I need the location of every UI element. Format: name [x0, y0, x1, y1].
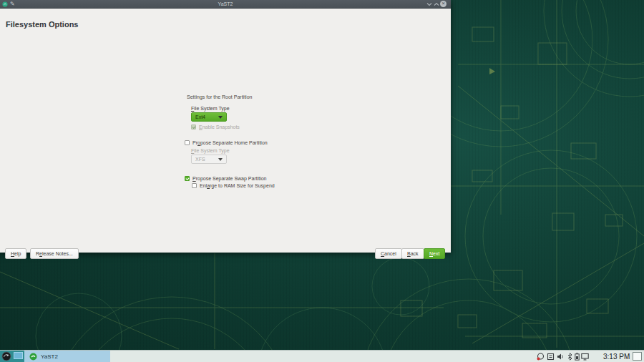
- swap-partition-checkbox[interactable]: Propose Separate Swap Partition: [185, 175, 267, 181]
- maximize-icon[interactable]: [434, 2, 439, 6]
- taskbar-clock[interactable]: 3:13 PM: [603, 353, 630, 361]
- home-fs-type-value: XFS: [195, 157, 205, 162]
- home-partition-checkbox[interactable]: Propose Separate Home Partition: [185, 140, 268, 145]
- enlarge-swap-label: Enlarge to RAM Size for Suspend: [200, 183, 275, 188]
- fs-type-value: Ext4: [195, 114, 205, 119]
- minimize-icon[interactable]: [426, 2, 432, 6]
- home-fs-type-combobox: XFS: [191, 155, 227, 164]
- checkbox-box: [192, 183, 197, 188]
- page-title: Filesystem Options: [6, 20, 78, 29]
- home-fs-type-label: File System Type: [191, 148, 230, 153]
- battery-icon[interactable]: [573, 353, 581, 361]
- display-icon[interactable]: [581, 353, 589, 361]
- chevron-down-icon: [218, 116, 223, 119]
- yast2-window: ✎ YaST2 Filesystem Options Settings for …: [0, 0, 451, 253]
- checkbox-box: [191, 124, 196, 129]
- fs-type-combobox[interactable]: Ext4: [191, 112, 227, 122]
- volume-icon[interactable]: [557, 353, 565, 361]
- enable-snapshots-checkbox[interactable]: Enable Snapshots: [191, 124, 240, 129]
- back-button[interactable]: Back: [401, 248, 424, 259]
- clipboard-icon[interactable]: [547, 353, 555, 361]
- enlarge-swap-checkbox[interactable]: Enlarge to RAM Size for Suspend: [192, 182, 275, 188]
- updates-icon[interactable]: [537, 353, 545, 361]
- taskbar-item-label: YaST2: [41, 353, 58, 360]
- show-desktop-button[interactable]: [633, 352, 642, 361]
- root-section-label: Settings for the Root Partition: [187, 94, 252, 99]
- desktop: ✎ YaST2 Filesystem Options Settings for …: [0, 0, 644, 362]
- swap-partition-label: Propose Separate Swap Partition: [192, 176, 267, 181]
- checkbox-box: [185, 140, 190, 145]
- taskbar: YaST2 3:13 PM: [0, 350, 644, 362]
- yast-app-icon: [29, 353, 37, 361]
- cancel-button[interactable]: Cancel: [375, 248, 402, 259]
- home-partition-label: Propose Separate Home Partition: [192, 140, 268, 145]
- help-button[interactable]: Help: [5, 248, 26, 259]
- taskbar-item-yast2[interactable]: YaST2: [24, 351, 110, 362]
- chevron-down-icon: [218, 158, 223, 161]
- next-button[interactable]: Next: [424, 248, 445, 259]
- fs-type-label: File System Type: [191, 106, 230, 111]
- distro-menu-icon: [1, 351, 11, 361]
- release-notes-button[interactable]: Release Notes...: [30, 248, 79, 259]
- window-titlebar[interactable]: ✎ YaST2: [0, 0, 451, 9]
- window-content: Filesystem Options Settings for the Root…: [0, 9, 451, 253]
- workspace-pager[interactable]: [14, 352, 23, 359]
- checkbox-box: [185, 176, 190, 181]
- enable-snapshots-label: Enable Snapshots: [199, 124, 240, 129]
- window-title: YaST2: [0, 1, 451, 6]
- close-icon[interactable]: [440, 1, 447, 7]
